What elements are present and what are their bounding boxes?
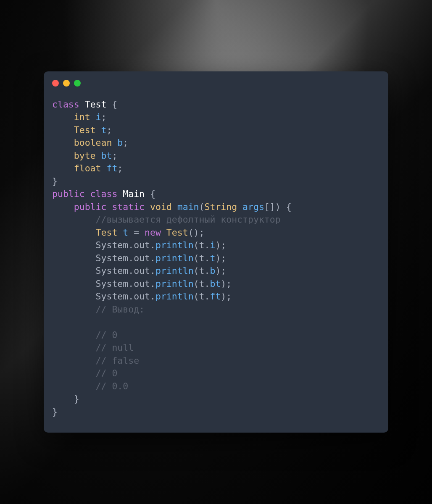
end: ); [215,253,226,263]
comment-constructor: //вызывается дефолтный конструктор [96,214,281,225]
brackets: [] [264,202,275,212]
type-test: Test [74,125,96,135]
class-name: Test [85,99,107,110]
semicolon: ; [117,163,123,173]
maximize-icon[interactable] [74,80,81,87]
brace-close-method: } [52,394,79,404]
semicolon: ; [101,112,107,122]
terminal-window: class Test { int i; Test t; boolean b; b… [44,71,388,433]
out: out [134,240,150,250]
end: ); [221,278,232,289]
minimize-icon[interactable] [63,80,70,87]
field-bt: bt [210,278,221,289]
keyword-public: public [74,202,107,212]
semicolon: ; [112,150,117,161]
brace-close: } [52,176,58,186]
brace: { [145,189,155,199]
dot: . [150,253,155,263]
dot: . [205,240,210,250]
paren: ( [199,202,205,212]
out: out [134,291,150,302]
type-test: Test [96,227,118,238]
brace-close-class: } [52,407,58,417]
dot: . [205,265,210,276]
dot: . [128,291,134,302]
ref-t: t [199,240,205,250]
keyword-new: new [145,227,161,238]
var-b: b [112,137,123,148]
ref-t: t [199,278,205,289]
var-t: t [96,125,107,135]
comment-0b: // 0 [96,368,118,378]
paren: ( [194,253,199,263]
code-content: class Test { int i; Test t; boolean b; b… [44,98,388,419]
dot: . [150,291,155,302]
fn-println: println [155,291,194,302]
type-boolean: boolean [74,137,112,148]
var-t: t [117,227,128,238]
class-main: Main [117,189,145,199]
call: (); [188,227,205,238]
dot: . [150,278,155,289]
fn-println: println [155,253,194,263]
field-ft: ft [210,291,221,302]
var-i: i [90,112,101,122]
field-t: t [210,253,215,263]
dot: . [128,278,134,289]
keyword-public: public [52,189,85,199]
end: ); [215,265,226,276]
field-i: i [210,240,215,250]
end: ); [221,291,232,302]
comment-00: // 0.0 [96,381,129,391]
comment-false: // false [96,355,140,366]
paren: ( [194,278,199,289]
out: out [134,253,150,263]
paren: ( [194,265,199,276]
ref-t: t [199,265,205,276]
close-icon[interactable] [52,80,59,87]
out: out [134,278,150,289]
keyword-void: void [145,202,172,212]
dot: . [150,240,155,250]
ctor-test: Test [161,227,188,238]
keyword-class: class [52,99,79,110]
semicolon: ; [123,137,128,148]
equals: = [128,227,145,238]
type-float: float [74,163,101,173]
system: System [96,291,129,302]
fn-println: println [155,278,194,289]
var-args: args [237,202,264,212]
paren: ) [275,202,281,212]
fn-println: println [155,240,194,250]
comment-null: // null [96,342,134,353]
dot: . [205,291,210,302]
titlebar [44,79,388,98]
dot: . [128,265,134,276]
ref-t: t [199,291,205,302]
semicolon: ; [106,125,112,135]
var-ft: ft [101,163,118,173]
dot: . [205,278,210,289]
dot: . [205,253,210,263]
dot: . [150,265,155,276]
system: System [96,240,129,250]
var-bt: bt [96,150,112,161]
fn-println: println [155,265,194,276]
brace: { [281,202,292,212]
system: System [96,253,129,263]
ref-t: t [199,253,205,263]
keyword-class: class [85,189,118,199]
out: out [134,265,150,276]
system: System [96,278,129,289]
system: System [96,265,129,276]
paren: ( [194,240,199,250]
end: ); [215,240,226,250]
paren: ( [194,291,199,302]
comment-0: // 0 [96,330,118,340]
field-b: b [210,265,215,276]
type-byte: byte [74,150,96,161]
type-string: String [204,202,237,212]
fn-main: main [172,202,199,212]
dot: . [128,253,134,263]
comment-output: // Вывод: [96,304,145,315]
